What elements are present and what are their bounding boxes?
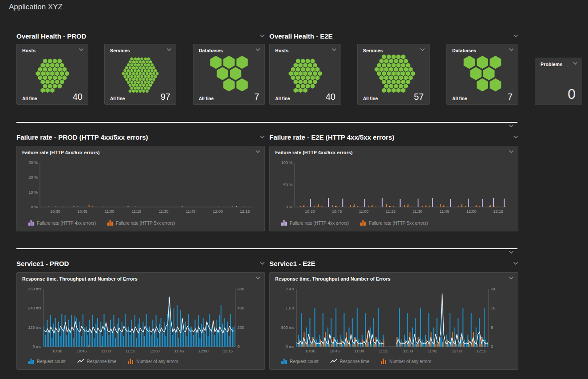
svg-text:0: 0 [491,344,493,349]
problems-trend-sparkline [567,64,569,68]
svg-text:12:15: 12:15 [476,349,486,353]
entity-count: 40 [326,92,335,101]
svg-text:240 ms: 240 ms [28,306,41,310]
svg-text:600: 600 [237,287,244,291]
tile-services-prod: Services All fine97 [104,44,176,105]
svg-text:0 %: 0 % [31,205,38,209]
tile-databases-prod: Databases All fine7 [193,44,265,105]
svg-text:0 ms: 0 ms [32,344,41,349]
chevron-down-icon[interactable] [260,135,265,139]
chart-title: Failure rate (HTTP 4xx/5xx errors) [22,150,100,155]
chart-legend: Request countResponse timeNumber of any … [281,359,431,364]
chevron-down-icon[interactable] [255,48,260,51]
svg-text:11:00: 11:00 [105,209,114,214]
status-label: All fine [452,96,467,101]
failure-rate-e2e-tile: Failure rate (HTTP 4xx/5xx errors) 0 %50… [269,146,518,231]
legend-label: Failure rate (HTTP 5xx errors) [116,221,175,226]
chevron-down-icon[interactable] [260,34,265,38]
tile-databases-e2e: Databases All fine7 [446,44,518,105]
svg-text:10:45: 10:45 [77,349,87,353]
legend-item[interactable]: Number of any errors [381,359,431,364]
bar-series-icon [28,359,34,364]
legend-item[interactable]: Response time [330,359,370,364]
chevron-down-icon[interactable] [572,62,578,65]
chevron-down-icon[interactable] [420,48,425,51]
svg-text:11:15: 11:15 [126,349,135,353]
legend-item[interactable]: Number of any errors [128,359,178,364]
legend-item[interactable]: Failure rate (HTTP 5xx errors) [107,220,175,226]
status-label: All fine [199,96,213,101]
svg-text:12:00: 12:00 [452,349,462,353]
svg-text:11:30: 11:30 [403,349,413,353]
tile-hosts-prod: Hosts All fine40 [16,44,88,105]
legend-item[interactable]: Response time [77,359,117,364]
legend-label: Number of any errors [389,359,431,364]
chart-legend: Failure rate (HTTP 4xx errors)Failure ra… [281,220,428,226]
chevron-down-icon[interactable] [255,150,260,153]
chevron-down-icon[interactable] [509,48,514,51]
section-header-overall-e2e: Overall Health - E2E [269,32,518,40]
chevron-down-icon[interactable] [331,48,337,51]
problems-count: 0 [568,87,576,101]
row-divider [16,248,517,249]
chevron-down-icon[interactable] [509,276,514,280]
chevron-down-icon[interactable] [509,124,514,128]
svg-text:120 ms: 120 ms [28,325,41,330]
health-hexagons [193,55,264,91]
legend-item[interactable]: Failure rate (HTTP 5xx errors) [360,220,428,226]
row-divider [16,122,517,123]
svg-text:50 %: 50 % [283,183,292,187]
section-header-service-prod: Service1 - PROD [16,259,265,267]
chevron-down-icon[interactable] [513,34,518,38]
chevron-down-icon[interactable] [255,276,260,280]
service1-prod-chart: 0 ms120 ms240 ms360 ms020040060010:3010:… [22,285,259,357]
svg-text:11:00: 11:00 [101,349,111,353]
legend-item[interactable]: Failure rate (HTTP 4xx errors) [28,220,96,226]
tile-hosts-e2e: Hosts All fine40 [269,44,341,105]
chart-title: Failure rate (HTTP 4xx/5xx errors) [275,150,353,155]
svg-text:1.6 s: 1.6 s [285,306,294,310]
service1-e2e-chart: 0 ms800 ms1.6 s2.4 s08162410:3010:4511:0… [275,285,513,357]
svg-text:10:45: 10:45 [330,349,340,353]
svg-text:11:45: 11:45 [440,209,450,214]
health-hexagons [270,55,341,91]
health-hexagons [447,55,518,91]
svg-text:11:30: 11:30 [413,209,422,214]
svg-text:20 %: 20 % [28,175,38,180]
legend-item[interactable]: Failure rate (HTTP 4xx errors) [281,220,349,226]
svg-text:0 %: 0 % [285,205,292,209]
chevron-down-icon[interactable] [260,262,265,265]
svg-text:12:00: 12:00 [466,209,477,214]
service1-prod-tile: Response time, Throughput and Number of … [16,272,265,370]
svg-text:12:15: 12:15 [223,349,233,353]
svg-text:360 ms: 360 ms [28,287,41,291]
section-title: Overall Health - PROD [16,32,87,40]
status-label: All fine [275,96,290,101]
bar-series-icon [381,359,387,364]
entity-count: 97 [161,92,170,101]
chevron-down-icon[interactable] [513,262,518,265]
svg-text:12:00: 12:00 [198,349,209,353]
svg-text:10:30: 10:30 [52,349,63,353]
section-header-overall-prod: Overall Health - PROD [16,32,265,40]
failure-rate-e2e-chart: 0 %50 %100 %10:3010:4511:0011:1511:3011:… [275,159,513,217]
legend-item[interactable]: Request count [281,359,319,364]
legend-label: Number of any errors [136,359,178,364]
svg-text:24: 24 [491,287,495,291]
chevron-down-icon[interactable] [509,150,514,153]
svg-text:11:15: 11:15 [132,209,142,214]
chevron-down-icon[interactable] [509,250,514,254]
svg-text:11:45: 11:45 [186,209,196,214]
svg-text:11:30: 11:30 [150,349,160,353]
svg-text:30 %: 30 % [28,160,38,165]
legend-label: Failure rate (HTTP 4xx errors) [37,221,96,226]
line-series-icon [330,359,337,364]
service1-e2e-tile: Response time, Throughput and Number of … [269,272,518,370]
chevron-down-icon[interactable] [513,135,518,139]
legend-label: Response time [87,359,117,364]
chevron-down-icon[interactable] [79,48,84,51]
chevron-down-icon[interactable] [166,48,172,51]
status-label: All fine [110,96,125,101]
bar-series-icon [107,220,113,226]
legend-item[interactable]: Request count [28,359,66,364]
